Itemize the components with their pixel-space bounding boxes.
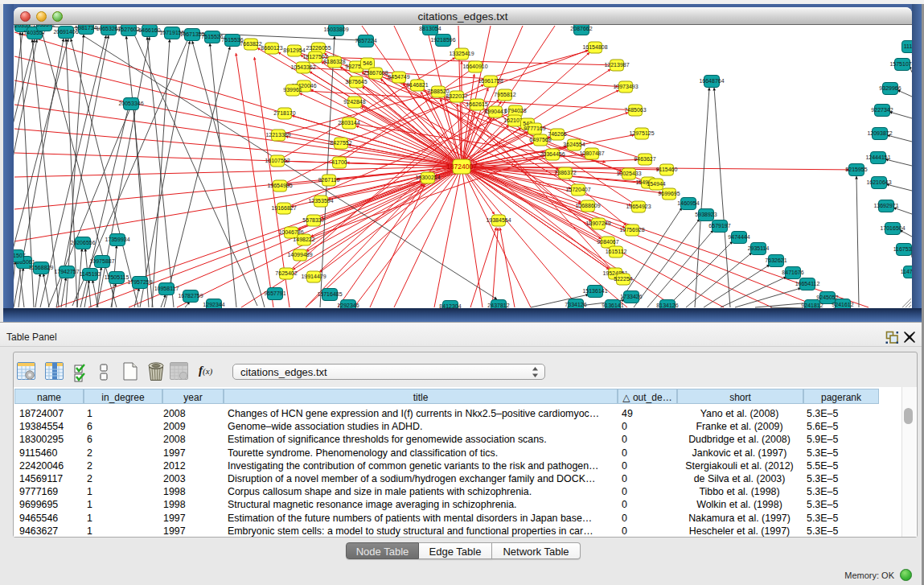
svg-text:13716485: 13716485	[317, 291, 342, 297]
svg-text:9146821: 9146821	[406, 82, 428, 88]
svg-text:5578337: 5578337	[302, 217, 324, 223]
svg-text:10807487: 10807487	[579, 150, 604, 156]
svg-text:17942757: 17942757	[54, 269, 79, 274]
svg-text:16107552: 16107552	[265, 158, 290, 163]
svg-text:1145193: 1145193	[80, 271, 101, 277]
svg-text:2718170: 2718170	[273, 110, 295, 116]
svg-text:8660123: 8660123	[261, 45, 282, 51]
svg-text:8267110: 8267110	[318, 177, 340, 183]
svg-text:7515526: 7515526	[201, 34, 223, 39]
svg-text:12444151: 12444151	[865, 154, 890, 160]
svg-text:11568829: 11568829	[29, 265, 54, 270]
svg-text:16154808: 16154808	[582, 44, 607, 50]
svg-text:17957259: 17957259	[127, 279, 152, 285]
svg-text:12213987: 12213987	[604, 62, 629, 68]
svg-text:391507: 391507	[14, 253, 26, 258]
svg-text:1147533: 1147533	[901, 269, 912, 274]
svg-text:15751074: 15751074	[889, 61, 912, 67]
svg-text:8186328: 8186328	[323, 59, 345, 64]
svg-text:746266: 746266	[548, 131, 566, 137]
svg-text:8990443: 8990443	[484, 109, 506, 114]
svg-text:6497568: 6497568	[529, 137, 551, 142]
svg-text:1615112: 1615112	[606, 249, 627, 254]
svg-text:8412304: 8412304	[439, 303, 461, 308]
svg-text:2803144: 2803144	[338, 120, 359, 126]
svg-text:9136141: 9136141	[602, 303, 623, 308]
svg-text:41700: 41700	[331, 159, 347, 165]
svg-text:9329966: 9329966	[879, 85, 901, 91]
svg-text:12975125: 12975125	[629, 130, 654, 136]
svg-text:1292346: 1292346	[337, 303, 359, 308]
svg-text:9241812: 9241812	[801, 303, 823, 308]
svg-text:1167533: 1167533	[893, 246, 912, 252]
svg-text:16210643: 16210643	[866, 179, 891, 185]
svg-text:1562615: 1562615	[466, 101, 487, 107]
svg-text:17016504: 17016504	[880, 225, 905, 231]
svg-text:9699695: 9699695	[658, 191, 680, 196]
svg-text:7625402: 7625402	[275, 270, 297, 276]
svg-text:19654923: 19654923	[626, 204, 651, 209]
svg-text:10973493: 10973493	[613, 84, 638, 89]
svg-text:10975887: 10975887	[89, 258, 114, 264]
svg-text:8322037: 8322037	[446, 93, 467, 99]
svg-text:12213389: 12213389	[265, 132, 290, 138]
svg-text:10025433: 10025433	[616, 171, 641, 176]
svg-text:23226055: 23226055	[306, 45, 331, 51]
svg-text:9241612: 9241612	[832, 302, 853, 307]
svg-text:1460954: 1460954	[677, 200, 699, 206]
svg-text:1292344: 1292344	[203, 302, 224, 307]
svg-text:2437812: 2437812	[487, 303, 509, 308]
svg-text:10688609: 10688609	[575, 203, 600, 208]
svg-text:19300214: 19300214	[415, 175, 440, 180]
svg-text:16640910: 16640910	[462, 64, 487, 69]
svg-text:19166827: 19166827	[271, 205, 296, 211]
svg-text:8215955: 8215955	[845, 167, 867, 172]
svg-text:8813054: 8813054	[419, 26, 441, 31]
svg-text:3624554: 3624554	[563, 142, 585, 147]
svg-text:9474444: 9474444	[728, 234, 749, 240]
svg-text:6466160: 6466160	[138, 27, 160, 33]
svg-text:18724007: 18724007	[446, 163, 477, 171]
svg-text:9115460: 9115460	[656, 167, 678, 172]
svg-text:12353594: 12353594	[308, 198, 333, 204]
svg-text:9463627: 9463627	[634, 156, 655, 162]
svg-text:154944: 154944	[647, 181, 665, 187]
svg-text:10654112: 10654112	[795, 281, 820, 286]
svg-text:5981734: 5981734	[75, 25, 97, 31]
svg-text:939961: 939961	[283, 87, 302, 93]
svg-text:18907249: 18907249	[585, 220, 610, 226]
svg-text:7663822: 7663822	[240, 41, 261, 47]
svg-text:8471676: 8471676	[782, 270, 803, 275]
svg-text:10958117: 10958117	[154, 286, 179, 291]
svg-text:1733426: 1733426	[620, 294, 642, 299]
svg-text:9084067: 9084067	[597, 239, 618, 245]
svg-text:15720407: 15720407	[565, 187, 590, 192]
svg-text:7955812: 7955812	[494, 92, 515, 97]
svg-text:19218596: 19218596	[430, 37, 455, 43]
svg-text:20206556: 20206556	[70, 240, 95, 245]
svg-text:522254: 522254	[614, 276, 632, 282]
svg-text:1117: 1117	[904, 43, 912, 49]
svg-text:19654985: 19654985	[267, 183, 292, 188]
svg-text:9245052: 9245052	[816, 295, 838, 300]
svg-text:6794028: 6794028	[504, 108, 526, 113]
svg-text:8134126: 8134126	[656, 303, 678, 308]
svg-text:2935114: 2935114	[748, 245, 770, 251]
svg-text:7485063: 7485063	[624, 107, 646, 113]
svg-text:2087662: 2087662	[570, 26, 592, 31]
svg-text:13692971: 13692971	[873, 203, 898, 208]
svg-text:9657791: 9657791	[264, 290, 285, 296]
svg-text:9242848: 9242848	[343, 99, 365, 105]
svg-text:13325419: 13325419	[449, 51, 474, 56]
svg-text:8427552: 8427552	[330, 140, 351, 146]
svg-text:9777169: 9777169	[524, 126, 545, 131]
svg-text:8912954: 8912954	[283, 47, 305, 53]
svg-text:10543362: 10543362	[290, 64, 315, 70]
svg-text:19914479: 19914479	[301, 274, 326, 279]
svg-text:5938923: 5938923	[695, 212, 717, 217]
svg-text:23867608: 23867608	[363, 70, 388, 76]
svg-text:2035572: 2035572	[33, 25, 55, 27]
svg-text:1527602: 1527602	[117, 27, 139, 32]
svg-text:16961758: 16961758	[478, 78, 503, 84]
svg-text:19384554: 19384554	[486, 217, 511, 223]
